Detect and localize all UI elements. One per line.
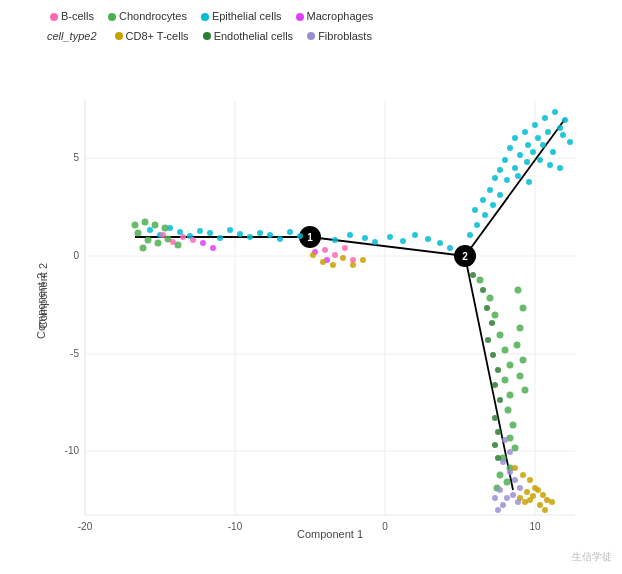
svg-point-41 [297,233,303,239]
legend-item-macrophages: Macrophages [296,8,374,26]
svg-point-117 [517,325,524,332]
svg-point-119 [520,357,527,364]
svg-point-73 [537,157,543,163]
svg-point-102 [502,347,509,354]
svg-point-157 [484,305,490,311]
svg-point-61 [525,142,531,148]
svg-point-43 [347,232,353,238]
svg-point-153 [542,507,548,513]
watermark: 生信学徒 [572,550,612,564]
svg-point-63 [545,129,551,135]
svg-point-79 [526,179,532,185]
svg-point-105 [507,392,514,399]
endothelial-dot [203,32,211,40]
svg-point-152 [537,502,543,508]
svg-point-140 [512,465,518,471]
svg-point-51 [447,245,453,251]
svg-point-179 [500,502,506,508]
svg-point-159 [485,337,491,343]
svg-point-36 [247,234,253,240]
svg-point-154 [549,499,555,505]
svg-point-112 [497,472,504,479]
svg-point-35 [237,231,243,237]
macrophages-dot [296,13,304,21]
svg-point-93 [132,222,139,229]
svg-point-120 [517,373,524,380]
svg-point-103 [507,362,514,369]
svg-point-62 [535,135,541,141]
svg-point-53 [532,122,538,128]
svg-point-141 [520,472,526,478]
svg-point-37 [257,230,263,236]
svg-point-125 [190,237,196,243]
legend: B-cells Chondrocytes Epithelial cells Ma… [50,8,373,47]
svg-text:-10: -10 [228,521,243,532]
svg-point-118 [514,342,521,349]
legend-item-bcells: B-cells [50,8,94,26]
svg-point-139 [360,257,366,263]
svg-point-64 [530,149,536,155]
cell-type-label: cell_type2 [47,28,97,46]
svg-point-31 [197,228,203,234]
svg-point-60 [517,152,523,158]
svg-point-44 [362,235,368,241]
svg-point-97 [140,245,147,252]
svg-point-107 [510,422,517,429]
svg-point-167 [495,455,501,461]
svg-point-148 [535,487,541,493]
svg-point-128 [342,245,348,251]
svg-point-57 [562,117,568,123]
chondrocytes-label: Chondrocytes [119,8,187,26]
svg-text:-20: -20 [78,521,93,532]
svg-point-89 [145,237,152,244]
svg-point-94 [142,219,149,226]
svg-point-149 [527,497,533,503]
svg-point-168 [502,437,508,443]
chondrocytes-dot [108,13,116,21]
svg-point-52 [522,129,528,135]
svg-point-77 [504,177,510,183]
svg-point-86 [474,222,480,228]
svg-point-76 [492,175,498,181]
fibroblasts-label: Fibroblasts [318,28,372,46]
svg-point-32 [207,230,213,236]
svg-point-165 [495,429,501,435]
svg-point-49 [425,236,431,242]
svg-point-158 [489,320,495,326]
svg-point-39 [277,236,283,242]
svg-point-170 [500,459,506,465]
svg-point-80 [487,187,493,193]
svg-point-113 [504,479,511,486]
svg-point-65 [540,142,546,148]
svg-point-142 [527,477,533,483]
svg-point-46 [387,234,393,240]
svg-point-83 [490,202,496,208]
fibroblasts-dot [307,32,315,40]
svg-point-88 [135,230,142,237]
svg-point-136 [330,262,336,268]
svg-point-69 [502,157,508,163]
svg-text:10: 10 [529,521,541,532]
svg-point-123 [170,239,176,245]
svg-point-160 [490,352,496,358]
svg-point-116 [520,305,527,312]
svg-point-48 [412,232,418,238]
svg-point-121 [522,387,529,394]
svg-point-26 [147,227,153,233]
svg-point-74 [547,162,553,168]
svg-line-21 [465,256,513,490]
cd8-dot [115,32,123,40]
svg-point-173 [517,485,523,491]
chart-container: B-cells Chondrocytes Epithelial cells Ma… [0,0,622,574]
svg-text:1: 1 [307,232,313,243]
svg-point-126 [322,247,328,253]
svg-point-71 [512,165,518,171]
svg-point-66 [550,149,556,155]
svg-point-82 [480,197,486,203]
legend-item-endothelial: Endothelial cells [203,28,294,46]
svg-point-38 [267,232,273,238]
svg-point-150 [540,492,546,498]
svg-point-138 [350,262,356,268]
svg-point-144 [524,489,530,495]
svg-point-164 [492,415,498,421]
